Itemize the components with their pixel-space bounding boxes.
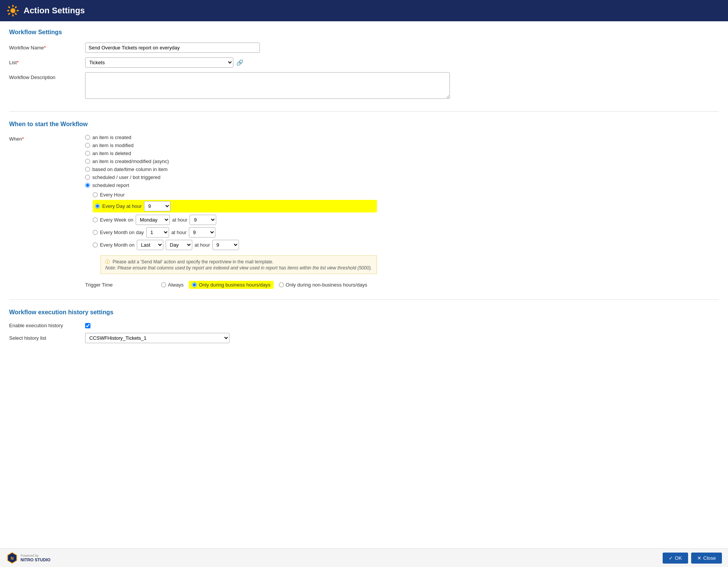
when-radio-datetime[interactable] <box>85 167 90 172</box>
svg-rect-6 <box>15 13 17 15</box>
trigger-business-label: Only during business hours/days <box>199 282 271 288</box>
workflow-name-control <box>85 43 719 53</box>
when-radio-modified[interactable] <box>85 143 90 148</box>
enable-execution-row: Enable execution history <box>9 323 719 328</box>
trigger-non-business: Only during non-business hours/days <box>279 282 367 288</box>
sub-radio-every-week[interactable] <box>93 217 98 222</box>
sub-every-month-last-label: Every Month on <box>100 242 135 248</box>
when-option-scheduled-report-label: scheduled report <box>92 182 129 188</box>
enable-execution-label: Enable execution history <box>9 323 85 328</box>
sub-every-week-day-select[interactable]: Monday TuesdayWednesdayThursdayFridaySat… <box>136 215 170 225</box>
sub-every-hour: Every Hour <box>93 192 377 198</box>
trigger-business: Only during business hours/days <box>189 281 274 289</box>
when-option-modified-label: an item is modified <box>92 143 133 148</box>
when-section: When to start the Workflow When* an item… <box>9 121 719 300</box>
enable-execution-control <box>85 323 90 328</box>
sub-radio-every-month-day[interactable] <box>93 230 98 235</box>
when-option-created-modified-label: an item is created/modified (async) <box>92 158 169 164</box>
list-select[interactable]: Tickets <box>85 57 233 68</box>
sub-every-day: Every Day at hour 9 012345678 1011121314… <box>93 200 377 212</box>
when-option-datetime: based on date/time column in item <box>85 166 377 172</box>
sub-every-month-day-hour-select[interactable]: 9 <box>189 227 215 238</box>
when-radio-scheduled-report[interactable] <box>85 183 90 188</box>
sub-every-month-last-hour-select[interactable]: 9 <box>212 240 239 250</box>
sub-every-month-day-select[interactable]: 1 <box>146 227 169 238</box>
external-link-icon[interactable]: 🔗 <box>236 59 244 66</box>
trigger-non-business-label: Only during non-business hours/days <box>286 282 367 288</box>
sub-every-week-at-label: at hour <box>172 217 187 223</box>
when-field-label: When* <box>9 135 85 142</box>
sub-every-month-last-at-label: at hour <box>195 242 210 248</box>
page-title: Action Settings <box>24 6 85 16</box>
scheduled-sub-options: Every Hour Every Day at hour 9 012345678… <box>93 192 377 274</box>
enable-execution-checkbox[interactable] <box>85 323 90 328</box>
when-option-scheduled-report: scheduled report <box>85 182 377 188</box>
workflow-description-input[interactable] <box>85 72 450 99</box>
svg-rect-7 <box>8 13 10 15</box>
sub-radio-every-day[interactable] <box>95 204 100 209</box>
sub-every-hour-label: Every Hour <box>100 192 125 198</box>
when-option-deleted: an item is deleted <box>85 150 377 156</box>
sub-every-day-hour-select[interactable]: 9 012345678 1011121314151617181920212223 <box>144 201 171 211</box>
when-option-created-label: an item is created <box>92 135 131 140</box>
history-list-control: CCSWFHistory_Tickets_1 <box>85 333 229 343</box>
svg-rect-8 <box>15 6 17 8</box>
when-option-datetime-label: based on date/time column in item <box>92 166 168 172</box>
svg-rect-3 <box>7 10 9 11</box>
execution-history-title: Workflow execution history settings <box>9 309 719 317</box>
sub-every-month-last: Every Month on Last First Day MondayTues… <box>93 240 377 250</box>
when-radio-created[interactable] <box>85 135 90 140</box>
svg-point-0 <box>11 8 15 13</box>
when-radio-deleted[interactable] <box>85 151 90 156</box>
main-content: Workflow Settings Workflow Name* List* T… <box>0 21 728 383</box>
sub-radio-every-hour[interactable] <box>93 192 98 197</box>
svg-rect-4 <box>17 10 19 11</box>
when-option-created: an item is created <box>85 135 377 140</box>
when-option-modified: an item is modified <box>85 143 377 148</box>
sub-every-week-hour-select[interactable]: 9 <box>190 215 216 225</box>
sub-every-month-last-select[interactable]: Last First <box>137 240 163 250</box>
sub-every-month-day-at-label: at hour <box>171 230 187 235</box>
sub-every-day-label: Every Day at hour <box>102 203 142 209</box>
list-control: Tickets 🔗 <box>85 57 719 68</box>
when-option-scheduled-user-label: scheduled / user / bot triggered <box>92 174 160 180</box>
info-text: ⓘ Please add a 'Send Mail' action and sp… <box>105 259 372 265</box>
when-radio-created-modified[interactable] <box>85 159 90 164</box>
sub-every-month-last-day-select[interactable]: Day MondayTuesdayWednesdayThursdayFriday <box>166 240 192 250</box>
when-section-title: When to start the Workflow <box>9 121 719 129</box>
workflow-description-row: Workflow Description <box>9 72 719 100</box>
workflow-description-control <box>85 72 719 100</box>
svg-rect-5 <box>8 6 10 8</box>
when-option-deleted-label: an item is deleted <box>92 150 131 156</box>
when-options-group: an item is created an item is modified a… <box>85 135 377 289</box>
workflow-description-label: Workflow Description <box>9 72 85 80</box>
gear-icon <box>7 5 19 17</box>
trigger-radio-non-business[interactable] <box>279 282 284 287</box>
history-list-row: Select history list CCSWFHistory_Tickets… <box>9 333 719 343</box>
sub-every-week-label: Every Week on <box>100 217 133 223</box>
svg-rect-1 <box>13 5 14 7</box>
info-box: ⓘ Please add a 'Send Mail' action and sp… <box>100 255 377 274</box>
when-radio-scheduled-user[interactable] <box>85 175 90 180</box>
workflow-name-input[interactable] <box>85 43 260 53</box>
trigger-time-row: Trigger Time Always Only during business… <box>85 281 377 289</box>
app-header: Action Settings <box>0 0 728 21</box>
workflow-name-label: Workflow Name* <box>9 43 85 51</box>
when-option-created-modified: an item is created/modified (async) <box>85 158 377 164</box>
trigger-radio-always[interactable] <box>161 282 166 287</box>
trigger-always-label: Always <box>168 282 184 288</box>
trigger-always: Always <box>161 282 184 288</box>
info-icon: ⓘ <box>105 259 110 264</box>
sub-every-month-day-label: Every Month on day <box>100 230 144 235</box>
trigger-radio-business[interactable] <box>192 282 197 287</box>
info-note: Note: Please ensure that columns used by… <box>105 265 372 271</box>
sub-every-month-day: Every Month on day 1 at hour 9 <box>93 227 377 238</box>
sub-radio-every-month-last[interactable] <box>93 242 98 247</box>
history-list-select[interactable]: CCSWFHistory_Tickets_1 <box>85 333 229 343</box>
trigger-time-label: Trigger Time <box>85 282 161 288</box>
list-row: List* Tickets 🔗 <box>9 57 719 68</box>
when-row: When* an item is created an item is modi… <box>9 135 719 289</box>
when-option-scheduled-user: scheduled / user / bot triggered <box>85 174 377 180</box>
svg-rect-2 <box>13 14 14 16</box>
execution-history-section: Workflow execution history settings Enab… <box>9 309 719 343</box>
